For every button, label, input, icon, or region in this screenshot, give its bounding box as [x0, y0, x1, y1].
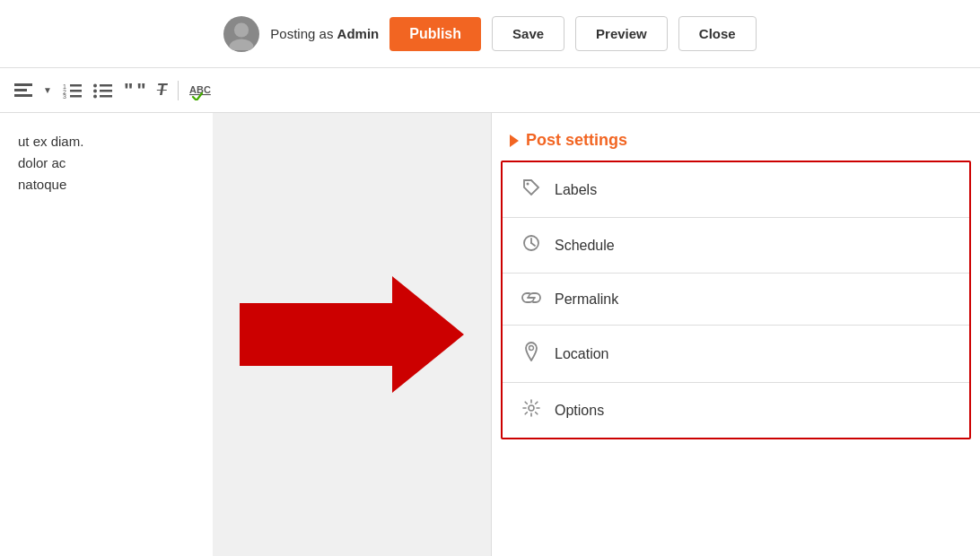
settings-item-options[interactable]: Options	[503, 383, 969, 438]
clock-icon	[521, 234, 542, 256]
arrow-head	[392, 276, 464, 393]
editor-line-2: dolor ac	[18, 152, 195, 174]
tag-icon	[521, 178, 542, 201]
arrow-body	[240, 303, 392, 366]
post-settings-header: Post settings	[492, 127, 980, 161]
svg-rect-16	[100, 95, 112, 98]
avatar	[223, 16, 259, 52]
svg-line-21	[531, 243, 535, 246]
link-icon	[521, 290, 542, 308]
svg-point-23	[529, 346, 534, 351]
svg-rect-10	[70, 95, 82, 98]
svg-point-1	[230, 39, 254, 50]
save-button[interactable]: Save	[492, 16, 564, 51]
svg-point-15	[93, 94, 97, 98]
toolbar-tools: ▼ 1 2 3 " "	[11, 77, 969, 104]
location-icon	[521, 342, 542, 366]
bullet-list-icon[interactable]	[90, 81, 117, 100]
svg-rect-8	[70, 90, 82, 92]
svg-point-18	[527, 183, 529, 186]
align-icon[interactable]	[11, 82, 36, 100]
close-button[interactable]: Close	[678, 16, 757, 51]
preview-button[interactable]: Preview	[575, 16, 668, 51]
options-text: Options	[555, 403, 604, 419]
editor-line-1: ut ex diam.	[18, 131, 195, 152]
editor-toolbar: ▼ 1 2 3 " "	[0, 68, 980, 113]
posting-as-text: Posting as	[270, 26, 337, 41]
right-arrow-icon	[240, 276, 464, 393]
align-dropdown-icon[interactable]: ▼	[39, 83, 56, 97]
settings-item-permalink[interactable]: Permalink	[503, 274, 969, 326]
main-content: ut ex diam. dolor ac natoque Post settin…	[0, 113, 980, 556]
permalink-text: Permalink	[555, 291, 618, 308]
quote-close-icon: "	[133, 77, 149, 104]
location-text: Location	[555, 346, 609, 362]
svg-point-11	[93, 83, 97, 87]
settings-item-schedule[interactable]: Schedule	[503, 218, 969, 274]
svg-rect-14	[100, 90, 112, 92]
post-settings-panel: Post settings Labels	[491, 113, 980, 556]
arrow-area	[213, 113, 491, 556]
svg-rect-12	[100, 84, 112, 87]
svg-text:ABC: ABC	[189, 84, 211, 95]
header-center: Posting as Admin Publish Save Preview Cl…	[223, 16, 756, 52]
editor-line-3: natoque	[18, 174, 195, 195]
svg-rect-6	[70, 84, 82, 87]
strikethrough-icon[interactable]: T	[153, 79, 171, 101]
spellcheck-icon[interactable]: ABC	[186, 79, 220, 102]
editor-text-area[interactable]: ut ex diam. dolor ac natoque	[0, 113, 213, 556]
labels-text: Labels	[555, 182, 597, 198]
header-bar: Posting as Admin Publish Save Preview Cl…	[0, 0, 980, 68]
editor-content: ut ex diam. dolor ac natoque	[18, 131, 195, 195]
chevron-right-icon	[510, 135, 519, 147]
svg-rect-4	[14, 94, 32, 97]
svg-rect-2	[14, 83, 32, 86]
toolbar-divider	[178, 81, 179, 100]
svg-text:3: 3	[63, 93, 66, 99]
gear-icon	[521, 399, 542, 421]
settings-item-location[interactable]: Location	[503, 326, 969, 383]
schedule-text: Schedule	[555, 238, 615, 254]
settings-item-labels[interactable]: Labels	[503, 162, 969, 218]
publish-button[interactable]: Publish	[389, 17, 481, 51]
posting-as-label: Posting as Admin	[270, 26, 379, 41]
post-settings-list: Labels Schedule	[501, 161, 971, 439]
posting-as-user: Admin	[337, 26, 380, 41]
numbered-list-icon[interactable]: 1 2 3	[59, 81, 86, 100]
svg-rect-3	[14, 89, 27, 91]
post-settings-title: Post settings	[526, 131, 627, 150]
svg-point-24	[529, 405, 534, 411]
svg-point-13	[93, 89, 97, 92]
svg-point-0	[234, 22, 249, 37]
